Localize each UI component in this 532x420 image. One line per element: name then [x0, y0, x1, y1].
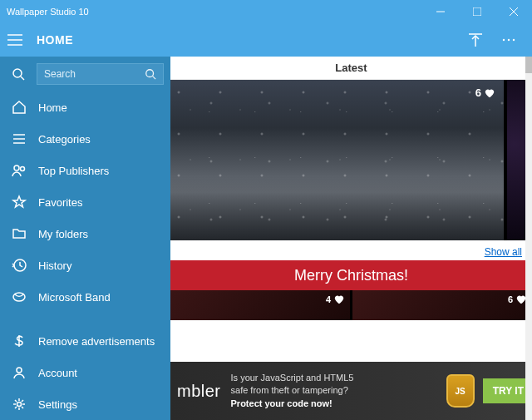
- nav-settings[interactable]: Settings: [0, 388, 170, 420]
- minimize-button[interactable]: [422, 0, 459, 23]
- svg-line-15: [153, 77, 156, 80]
- maximize-button[interactable]: [459, 0, 495, 23]
- nav-top-publishers[interactable]: Top Publishers: [0, 155, 170, 186]
- svg-point-19: [14, 166, 19, 170]
- nav-label: History: [38, 259, 71, 272]
- page-title: HOME: [37, 33, 73, 47]
- folder-icon: [12, 226, 27, 241]
- svg-point-25: [17, 403, 22, 407]
- nav-label: Top Publishers: [38, 165, 109, 177]
- nav-label: Account: [38, 367, 77, 379]
- ad-copy: Is your JavaScript and HTML5 safe from t…: [231, 372, 438, 410]
- nav-history[interactable]: History: [0, 250, 170, 281]
- svg-rect-1: [473, 7, 481, 16]
- svg-point-9: [503, 39, 505, 41]
- sidebar: Search Home Categories Top Publishers Fa…: [0, 57, 170, 420]
- home-icon: [12, 100, 27, 115]
- nav-favorites[interactable]: Favorites: [0, 186, 170, 218]
- nav-my-folders[interactable]: My folders: [0, 218, 170, 250]
- search-go-icon: [145, 68, 156, 80]
- thumbnail-row: 4 6: [170, 290, 532, 320]
- likes-badge: 6: [475, 86, 495, 99]
- titlebar: Wallpaper Studio 10: [0, 0, 532, 23]
- upload-button[interactable]: [459, 23, 492, 57]
- heart-icon: [484, 87, 495, 99]
- nav-label: Microsoft Band: [38, 291, 111, 304]
- likes-badge: 6: [508, 294, 527, 305]
- nav-label: Categories: [38, 133, 91, 146]
- person-icon: [12, 365, 27, 380]
- nav-remove-ads[interactable]: Remove advertisements: [0, 325, 170, 357]
- hero-wallpaper[interactable]: 6: [170, 80, 504, 240]
- nav-home[interactable]: Home: [0, 91, 170, 123]
- hero-row: 6: [170, 80, 532, 240]
- hamburger-menu-button[interactable]: [0, 23, 30, 57]
- search-placeholder: Search: [44, 68, 145, 80]
- thumbnail[interactable]: 4: [170, 290, 350, 320]
- dollar-icon: [12, 334, 27, 348]
- search-icon: [7, 67, 30, 81]
- nav-label: My folders: [38, 228, 88, 240]
- section-title: Latest: [170, 57, 532, 80]
- nav-label: Settings: [38, 398, 77, 411]
- gear-icon: [12, 397, 27, 412]
- band-icon: [12, 289, 27, 304]
- collection-banner[interactable]: Merry Christmas!: [170, 260, 532, 290]
- scrollbar[interactable]: [525, 57, 532, 420]
- more-button[interactable]: [492, 23, 525, 57]
- window-title: Wallpaper Studio 10: [7, 7, 89, 17]
- nav-account[interactable]: Account: [0, 357, 170, 388]
- svg-point-24: [17, 368, 22, 373]
- list-icon: [12, 131, 27, 146]
- star-icon: [12, 195, 27, 210]
- svg-line-13: [21, 77, 24, 80]
- app-header: HOME: [0, 23, 532, 57]
- svg-point-12: [13, 69, 22, 77]
- ad-brand: mbler: [170, 382, 231, 401]
- advertisement[interactable]: mbler Is your JavaScript and HTML5 safe …: [170, 362, 532, 420]
- svg-point-14: [146, 70, 154, 77]
- scrollbar-thumb[interactable]: [525, 57, 532, 73]
- nav-label: Home: [38, 101, 67, 114]
- svg-point-11: [513, 39, 515, 41]
- likes-badge: 4: [326, 294, 345, 305]
- nav-label: Remove advertisements: [38, 335, 155, 348]
- heart-icon: [333, 294, 345, 305]
- nav-label: Favorites: [38, 196, 82, 209]
- history-icon: [12, 258, 27, 273]
- people-icon: [12, 163, 27, 178]
- main-content: Latest 6 Show all Merry Christmas! 4 6: [170, 57, 532, 420]
- thumbnail[interactable]: 6: [352, 290, 532, 320]
- svg-point-10: [508, 39, 510, 41]
- search-input[interactable]: Search: [37, 63, 164, 85]
- nav-categories[interactable]: Categories: [0, 123, 170, 155]
- nav-microsoft-band[interactable]: Microsoft Band: [0, 281, 170, 313]
- close-button[interactable]: [495, 0, 532, 23]
- shield-icon: JS: [446, 374, 475, 408]
- svg-point-20: [21, 167, 25, 171]
- show-all-link[interactable]: Show all: [485, 246, 522, 258]
